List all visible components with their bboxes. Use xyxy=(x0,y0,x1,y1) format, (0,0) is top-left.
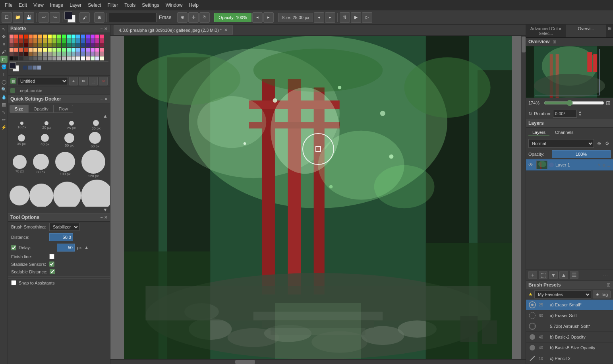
color-cell[interactable] xyxy=(38,52,42,56)
color-cell[interactable] xyxy=(76,43,80,47)
brush-preset-eraser-small[interactable]: 25 a) Eraser Small* xyxy=(526,300,613,310)
brush-35px[interactable]: 35 px xyxy=(17,134,26,146)
tool-shape[interactable]: ◯ xyxy=(0,78,8,85)
layer-add[interactable]: + xyxy=(69,77,78,85)
color-cell[interactable] xyxy=(91,39,95,43)
color-cell[interactable] xyxy=(48,52,52,56)
color-cell[interactable] xyxy=(81,43,85,47)
layer-delete[interactable]: ✕ xyxy=(99,77,108,85)
color-cell[interactable] xyxy=(29,56,33,60)
menu-image[interactable]: Image xyxy=(47,2,66,9)
undo-button[interactable]: ↩ xyxy=(39,12,49,23)
color-cell[interactable] xyxy=(24,43,28,47)
color-cell[interactable] xyxy=(43,43,47,47)
brush-30px[interactable]: 30 px xyxy=(92,120,101,130)
erase-tool-input[interactable] xyxy=(109,13,157,22)
color-cell[interactable] xyxy=(43,39,47,43)
color-cell[interactable] xyxy=(72,48,75,52)
brush-filter-select[interactable]: My Favorites xyxy=(534,290,591,298)
brush-preset-eraser-soft[interactable]: 60 a) Eraser Soft xyxy=(526,310,613,321)
color-cell[interactable] xyxy=(43,52,47,56)
color-cell[interactable] xyxy=(10,39,14,43)
quick-color[interactable] xyxy=(37,66,41,70)
layers-opacity-input[interactable]: 100% xyxy=(552,150,611,158)
brush-200px[interactable]: 200 px xyxy=(29,184,53,207)
color-cell[interactable] xyxy=(67,52,71,56)
paint-fill-button[interactable]: ⊕ xyxy=(177,12,188,23)
color-cell[interactable] xyxy=(76,35,80,39)
layer-footer-add[interactable]: + xyxy=(528,271,537,279)
brush-16px[interactable]: 16 px xyxy=(17,122,26,129)
brush-50px[interactable]: 50 px xyxy=(64,133,74,147)
delay-arrow-up[interactable]: ▲ xyxy=(84,245,89,250)
menu-layer[interactable]: Layer xyxy=(66,2,85,9)
tool-assistant[interactable]: ✏ xyxy=(0,116,8,123)
brush-scroll-up[interactable]: ▲ xyxy=(103,113,108,119)
tool-transform[interactable]: ⤡ xyxy=(0,108,8,116)
brush-40px[interactable]: 40 px xyxy=(41,134,49,146)
color-cell[interactable] xyxy=(33,48,37,52)
color-cell[interactable] xyxy=(81,39,85,43)
color-cell[interactable] xyxy=(10,43,14,47)
color-cell[interactable] xyxy=(81,48,85,52)
color-cell[interactable] xyxy=(19,39,23,43)
refresh-button[interactable]: ↻ xyxy=(199,12,210,23)
brush-100px[interactable]: 100 px xyxy=(55,152,75,176)
tool-options-close[interactable]: ✕ xyxy=(104,215,108,220)
color-cell[interactable] xyxy=(38,43,42,47)
transform-button[interactable]: ✛ xyxy=(188,12,199,23)
color-cell[interactable] xyxy=(29,43,33,47)
layer-footer-down[interactable]: ▼ xyxy=(549,271,558,279)
color-cell[interactable] xyxy=(86,56,90,60)
fg-swatch[interactable] xyxy=(10,62,16,69)
tab-close-icon[interactable]: ✕ xyxy=(224,27,228,33)
color-cell[interactable] xyxy=(100,52,104,56)
color-cell[interactable] xyxy=(29,48,33,52)
color-cell[interactable] xyxy=(95,43,99,47)
brush-250px[interactable]: 250 px xyxy=(53,182,81,207)
docker-close[interactable]: ✕ xyxy=(104,97,108,102)
layer-footer-up[interactable]: ▲ xyxy=(559,271,568,279)
layer-visibility-icon[interactable]: 👁 xyxy=(528,162,535,168)
color-cell[interactable] xyxy=(95,48,99,52)
color-cell[interactable] xyxy=(57,52,61,56)
color-cell[interactable] xyxy=(10,52,14,56)
color-cell[interactable] xyxy=(67,39,71,43)
menu-help[interactable]: Help xyxy=(186,2,202,9)
color-cell[interactable] xyxy=(100,39,104,43)
color-cell[interactable] xyxy=(86,39,90,43)
color-cell[interactable] xyxy=(48,39,52,43)
color-cell[interactable] xyxy=(57,56,61,60)
color-cell[interactable] xyxy=(52,52,56,56)
color-cell[interactable] xyxy=(100,48,104,52)
color-cell[interactable] xyxy=(14,39,18,43)
color-cell[interactable] xyxy=(14,48,18,52)
docker-minimize[interactable]: − xyxy=(101,97,103,102)
color-cell[interactable] xyxy=(67,56,71,60)
color-cell[interactable] xyxy=(29,52,33,56)
color-cell[interactable] xyxy=(10,56,14,60)
color-cell[interactable] xyxy=(81,56,85,60)
color-cell[interactable] xyxy=(43,35,47,39)
color-cell[interactable] xyxy=(48,56,52,60)
distance-input[interactable]: 50.0 xyxy=(49,233,73,241)
color-cell[interactable] xyxy=(95,39,99,43)
brush-preset-basic5[interactable]: 40 b) Basic-5 Size Opacity xyxy=(526,343,613,353)
tool-text[interactable]: T xyxy=(0,71,8,78)
color-cell[interactable] xyxy=(95,52,99,56)
menu-edit[interactable]: Edit xyxy=(15,2,30,9)
channels-tab[interactable]: Channels xyxy=(551,129,577,136)
palette-close[interactable]: ✕ xyxy=(104,26,108,31)
color-cell[interactable] xyxy=(33,39,37,43)
color-cell[interactable] xyxy=(91,48,95,52)
layer-footer-copy[interactable]: ⬚ xyxy=(539,271,547,279)
color-cell[interactable] xyxy=(86,35,90,39)
color-cell[interactable] xyxy=(76,39,80,43)
tool-eraser[interactable]: ◻ xyxy=(0,56,8,63)
zoom-expand-icon[interactable]: ⊞ xyxy=(606,100,611,106)
rotation-down[interactable]: ▼ xyxy=(578,114,582,117)
tab-overview[interactable]: Overvi... xyxy=(566,25,606,37)
color-cell[interactable] xyxy=(10,35,14,39)
quick-color[interactable] xyxy=(23,66,27,70)
color-cell[interactable] xyxy=(10,48,14,52)
